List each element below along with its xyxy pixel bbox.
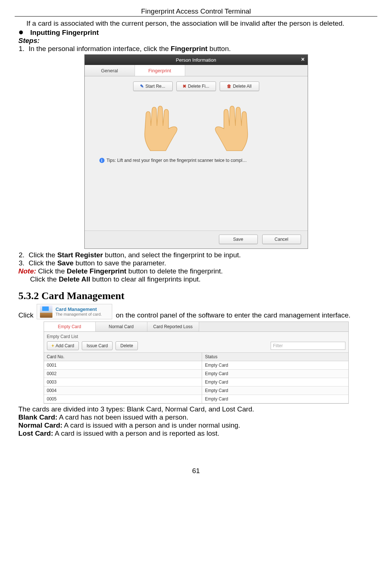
normal-label: Normal Card: — [18, 421, 62, 429]
page-header: Fingerprint Access Control Terminal — [15, 7, 377, 17]
note1-bold: Delete Fingerprint — [67, 267, 127, 275]
cell-status: Empty Card — [202, 378, 348, 386]
dialog-footer: Save Cancel — [85, 231, 308, 248]
col-card-no[interactable]: Card No. — [44, 353, 202, 361]
step-2: Click the Start Register button, and sel… — [26, 251, 377, 259]
cell-card-no: 0002 — [44, 370, 202, 378]
cm-icon-title: Card Management — [55, 307, 102, 312]
note1-post: button to delete the fingerprint. — [127, 267, 223, 275]
lost-card-line: Lost Card: A card is issued with a perso… — [18, 429, 377, 438]
dialog-title: Person Information — [176, 57, 216, 63]
dialog-toolbar: ✎ Start Re... ✖ Delete Fi... 🗑 Delete Al… — [85, 76, 308, 95]
normal-desc: A card is issued with a person and is un… — [62, 421, 240, 429]
blank-desc: A card has not been issued with a person… — [58, 413, 188, 421]
tab-normal-card[interactable]: Normal Card — [96, 322, 147, 331]
note-line-1: Note: Click the Delete Fingerprint butto… — [18, 267, 377, 275]
note2-bold: Delete All — [59, 275, 90, 283]
cell-card-no: 0004 — [44, 387, 202, 395]
start-register-label: Start Re... — [145, 84, 165, 89]
person-information-dialog: Person Information × General Fingerprint… — [84, 54, 308, 249]
issue-card-button[interactable]: Issue Card — [82, 341, 113, 350]
step2-post: button, and select the fingerprint to be… — [103, 251, 241, 259]
cm-table-body: 0001Empty Card0002Empty Card0003Empty Ca… — [44, 361, 348, 403]
step-1: In the personal information interface, c… — [26, 45, 377, 53]
table-row[interactable]: 0005Empty Card — [44, 395, 348, 403]
table-row[interactable]: 0001Empty Card — [44, 361, 348, 370]
card-management-icon-button[interactable]: Card Management The management of card. — [37, 304, 112, 319]
add-card-button[interactable]: + Add Card — [47, 341, 79, 350]
dialog-titlebar: Person Information × — [85, 55, 308, 65]
start-register-button[interactable]: ✎ Start Re... — [133, 81, 173, 91]
step3-pre: Click the — [29, 259, 57, 267]
cancel-button[interactable]: Cancel — [262, 235, 301, 244]
blank-card-line: Blank Card: A card has not been issued w… — [18, 413, 377, 421]
note1-pre: Click the — [36, 267, 67, 275]
close-icon[interactable]: × — [301, 56, 304, 63]
bullet-inputting-fingerprint: ● Inputting Fingerprint — [18, 28, 377, 37]
blank-label: Blank Card: — [18, 413, 58, 421]
page-number: 61 — [15, 467, 377, 475]
table-row[interactable]: 0004Empty Card — [44, 387, 348, 395]
bullet-icon: ● — [18, 28, 24, 36]
tab-fingerprint[interactable]: Fingerprint — [135, 65, 185, 76]
step-3: Click the Save button to save the parame… — [26, 259, 377, 267]
click-rest: on the control panel of the software to … — [114, 311, 350, 319]
trash-icon: 🗑 — [227, 84, 231, 89]
step2-bold: Start Register — [57, 251, 103, 259]
step2-pre: Click the — [29, 251, 57, 259]
tips-text: Tips: Lift and rest your finger on the f… — [107, 158, 247, 163]
delete-card-button[interactable]: Delete — [116, 341, 138, 350]
step3-bold: Save — [57, 259, 73, 267]
dialog-tabs: General Fingerprint — [85, 65, 308, 76]
note-line-2: Click the Delete All button to clear all… — [30, 275, 377, 283]
cell-card-no: 0005 — [44, 395, 202, 403]
cell-card-no: 0003 — [44, 378, 202, 386]
card-box-icon — [40, 305, 52, 318]
section-heading-card-management: 5.3.2 Card Management — [18, 290, 377, 302]
intro-paragraph: If a card is associated with the current… — [26, 19, 377, 28]
lost-label: Lost Card: — [18, 429, 53, 437]
lost-desc: A card is issued with a person and is re… — [53, 429, 219, 437]
plus-icon: + — [52, 343, 54, 348]
step1-post: button. — [208, 45, 231, 52]
tab-general[interactable]: General — [85, 65, 135, 76]
filter-input[interactable]: Filter — [271, 342, 345, 350]
step3-post: button to save the parameter. — [74, 259, 166, 267]
col-status[interactable]: Status — [202, 353, 348, 361]
bullet-heading: Inputting Fingerprint — [30, 29, 99, 37]
note2-post: button to clear all fingerprints input. — [90, 275, 201, 283]
cell-status: Empty Card — [202, 395, 348, 403]
card-management-panel: Empty Card Normal Card Card Reported Los… — [44, 322, 349, 404]
step1-bold: Fingerprint — [171, 45, 208, 52]
hands-illustration — [85, 95, 308, 156]
save-button[interactable]: Save — [219, 235, 258, 244]
right-hand-icon[interactable] — [204, 98, 259, 153]
click-word: Click — [18, 311, 35, 319]
tab-card-reported-loss[interactable]: Card Reported Loss — [147, 322, 199, 331]
left-hand-icon[interactable] — [134, 98, 189, 153]
cm-tabs: Empty Card Normal Card Card Reported Los… — [44, 322, 348, 332]
note2-pre: Click the — [30, 275, 59, 283]
types-line: The cards are divided into 3 types: Blan… — [18, 405, 377, 413]
step1-pre: In the personal information interface, c… — [29, 45, 171, 52]
cm-icon-subtitle: The management of card. — [55, 312, 102, 316]
cm-table-header: Card No. Status — [44, 353, 348, 361]
click-line: Click Card Management The management of … — [18, 304, 377, 319]
tab-empty-card[interactable]: Empty Card — [44, 322, 96, 331]
cell-status: Empty Card — [202, 387, 348, 395]
tips-row: i Tips: Lift and rest your finger on the… — [85, 156, 308, 164]
info-icon: i — [99, 158, 105, 163]
delete-fingerprint-button[interactable]: ✖ Delete Fi... — [176, 81, 216, 91]
table-row[interactable]: 0003Empty Card — [44, 378, 348, 387]
cm-section-label: Empty Card List — [44, 332, 348, 340]
delete-all-label: Delete All — [233, 84, 252, 89]
delete-all-button[interactable]: 🗑 Delete All — [220, 81, 259, 91]
pencil-icon: ✎ — [140, 84, 144, 89]
steps-label: Steps: — [18, 37, 377, 45]
delete-fingerprint-label: Delete Fi... — [188, 84, 209, 89]
note-label: Note: — [18, 267, 36, 275]
table-row[interactable]: 0002Empty Card — [44, 370, 348, 378]
add-card-label: Add Card — [56, 343, 74, 348]
cm-toolbar: + Add Card Issue Card Delete Filter — [44, 340, 348, 353]
cell-card-no: 0001 — [44, 361, 202, 369]
